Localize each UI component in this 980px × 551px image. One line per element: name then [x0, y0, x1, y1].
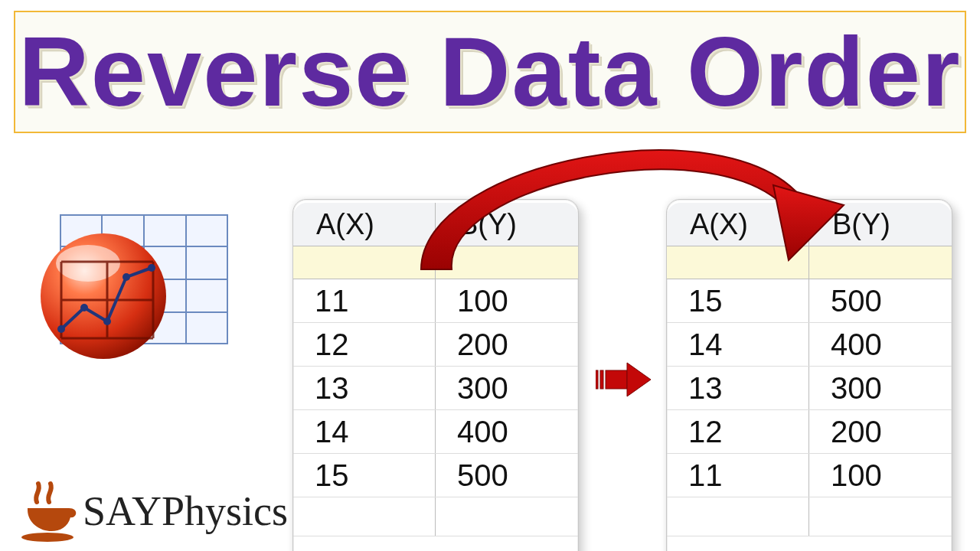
svg-rect-22	[600, 370, 603, 389]
svg-point-16	[80, 304, 88, 311]
svg-rect-23	[606, 370, 627, 389]
page-title: Reverse Data Order	[18, 23, 961, 121]
origin-app-icon	[38, 207, 237, 360]
coffee-cup-icon	[20, 481, 78, 542]
col-header-a: A(X)	[667, 203, 809, 246]
cell-b: 300	[436, 367, 578, 409]
cell-a: 14	[293, 410, 436, 453]
table-row: 15 500	[667, 279, 952, 323]
col-header-b: B(Y)	[436, 203, 578, 246]
table-header-row: A(X) B(Y)	[293, 203, 578, 246]
cell-a: 15	[667, 279, 809, 322]
cell-b: 500	[436, 454, 578, 497]
arrow-right-icon	[596, 361, 652, 398]
cell-a: 13	[667, 367, 809, 409]
brand-logo: SAYPhysics	[20, 481, 288, 542]
cell-b: 200	[436, 323, 578, 366]
cell-a: 13	[293, 367, 436, 409]
svg-point-19	[148, 264, 155, 272]
svg-marker-24	[627, 363, 651, 396]
cell-b: 500	[809, 279, 952, 322]
cell-b: 100	[809, 454, 952, 497]
table-spacer-row	[293, 246, 578, 279]
table-empty-row	[667, 497, 952, 536]
table-row: 14 400	[293, 410, 578, 454]
svg-point-17	[103, 318, 111, 325]
table-row: 13 300	[667, 367, 952, 410]
brand-name: SAYPhysics	[83, 487, 288, 535]
table-empty-row	[293, 497, 578, 536]
cell-b: 100	[436, 279, 578, 322]
table-row: 12 200	[293, 323, 578, 367]
table-row: 13 300	[293, 367, 578, 410]
cell-a: 12	[667, 410, 809, 453]
svg-point-15	[57, 325, 65, 333]
cell-b: 400	[809, 323, 952, 366]
cell-a: 12	[293, 323, 436, 366]
table-row: 11 100	[293, 279, 578, 323]
col-header-b: B(Y)	[809, 203, 952, 246]
table-row: 14 400	[667, 323, 952, 367]
cell-a: 11	[293, 279, 436, 322]
table-row: 12 200	[667, 410, 952, 454]
svg-point-18	[122, 273, 130, 281]
cell-b: 400	[436, 410, 578, 453]
cell-a: 11	[667, 454, 809, 497]
sphere-icon	[38, 231, 168, 361]
table-row: 15 500	[293, 454, 578, 497]
svg-rect-21	[596, 370, 598, 389]
table-row: 11 100	[667, 454, 952, 497]
cell-b: 300	[809, 367, 952, 409]
title-banner: Reverse Data Order	[14, 11, 966, 133]
cell-a: 14	[667, 323, 809, 366]
col-header-a: A(X)	[293, 203, 436, 246]
table-header-row: A(X) B(Y)	[667, 203, 952, 246]
svg-point-8	[56, 245, 120, 282]
svg-point-20	[21, 533, 74, 542]
reversed-data-table: A(X) B(Y) 15 500 14 400 13 300 12 200 11…	[666, 199, 952, 551]
original-data-table: A(X) B(Y) 11 100 12 200 13 300 14 400 15…	[292, 199, 579, 551]
cell-a: 15	[293, 454, 436, 497]
cell-b: 200	[809, 410, 952, 453]
table-spacer-row	[667, 246, 952, 279]
